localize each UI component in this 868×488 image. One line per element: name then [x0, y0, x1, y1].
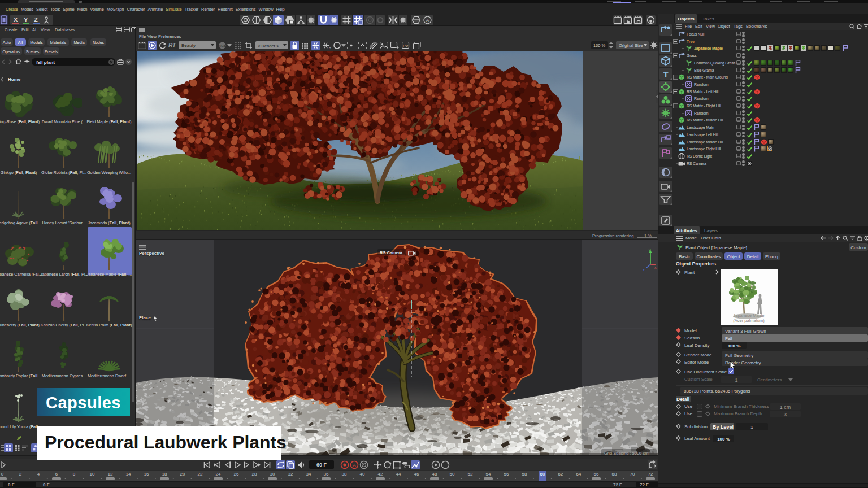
svg-text:A: A	[353, 463, 356, 468]
svg-text:RGB: RGB	[219, 44, 226, 47]
svg-text:66: 66	[594, 472, 599, 477]
svg-text:68: 68	[612, 472, 617, 477]
svg-text:50: 50	[450, 472, 455, 477]
svg-text:0: 0	[1, 472, 4, 477]
svg-text:PV: PV	[403, 44, 409, 48]
svg-text:32: 32	[288, 472, 293, 477]
svg-text:2: 2	[19, 472, 22, 477]
svg-text:58: 58	[522, 472, 527, 477]
svg-text:54: 54	[486, 472, 491, 477]
svg-text:36: 36	[324, 472, 329, 477]
svg-text:12: 12	[108, 472, 113, 477]
svg-text:46: 46	[414, 472, 419, 477]
svg-text:z: z	[643, 268, 645, 271]
svg-text:6: 6	[55, 472, 58, 477]
svg-text:T: T	[663, 69, 668, 79]
svg-text:72: 72	[648, 472, 653, 477]
svg-text:10: 10	[90, 472, 95, 477]
svg-text:Japanese Maple: Japanese Maple	[733, 313, 764, 318]
svg-text:14: 14	[126, 472, 131, 477]
svg-text:34: 34	[306, 472, 311, 477]
svg-text:42: 42	[378, 472, 383, 477]
svg-text:52: 52	[468, 472, 473, 477]
svg-text:48: 48	[432, 472, 437, 477]
svg-text:x: x	[654, 265, 657, 269]
svg-text:A: A	[426, 18, 429, 23]
svg-text:70: 70	[630, 472, 635, 477]
svg-text:28: 28	[252, 472, 257, 477]
svg-text:18: 18	[162, 472, 167, 477]
svg-text:30: 30	[270, 472, 275, 477]
svg-text:62: 62	[558, 472, 563, 477]
svg-text:4: 4	[37, 472, 40, 477]
svg-text:26: 26	[234, 472, 239, 477]
svg-text:y: y	[649, 248, 651, 252]
svg-text:24: 24	[216, 472, 221, 477]
svg-text:60: 60	[540, 472, 545, 477]
svg-text:64: 64	[576, 472, 581, 477]
svg-text:16: 16	[144, 472, 149, 477]
svg-text:(Acer palmatum): (Acer palmatum)	[733, 318, 765, 323]
svg-text:38: 38	[342, 472, 347, 477]
svg-text:HG: HG	[329, 46, 331, 49]
svg-text:40: 40	[360, 472, 365, 477]
svg-text:20: 20	[180, 472, 185, 477]
svg-text:8: 8	[73, 472, 76, 477]
svg-text:56: 56	[504, 472, 509, 477]
svg-text:22: 22	[198, 472, 203, 477]
svg-text:44: 44	[396, 472, 401, 477]
